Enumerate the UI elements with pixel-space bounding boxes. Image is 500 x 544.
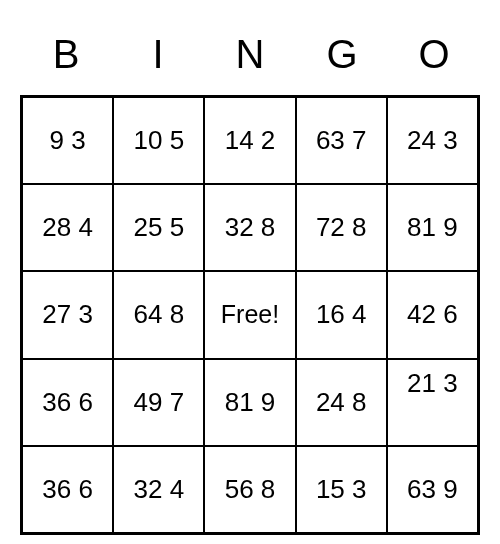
bingo-cell[interactable]: 36 6 [22,359,113,446]
bingo-cell[interactable]: 24 8 [296,359,387,446]
bingo-grid: 9 3 10 5 14 2 63 7 24 3 28 4 25 5 32 8 7… [20,95,480,535]
bingo-cell[interactable]: 36 6 [22,446,113,533]
bingo-cell[interactable]: 10 5 [113,97,204,184]
bingo-cell[interactable]: 28 4 [22,184,113,271]
bingo-cell[interactable]: 81 9 [204,359,295,446]
bingo-cell[interactable]: 72 8 [296,184,387,271]
bingo-cell[interactable]: 63 9 [387,446,478,533]
bingo-cell[interactable]: 49 7 [113,359,204,446]
bingo-cell[interactable]: 9 3 [22,97,113,184]
bingo-cell[interactable]: 81 9 [387,184,478,271]
bingo-cell[interactable]: 42 6 [387,271,478,358]
header-g: G [296,20,388,95]
bingo-cell[interactable]: 15 3 [296,446,387,533]
header-b: B [20,20,112,95]
bingo-cell[interactable]: 16 4 [296,271,387,358]
bingo-cell[interactable]: 63 7 [296,97,387,184]
bingo-cell[interactable]: 64 8 [113,271,204,358]
bingo-header-row: B I N G O [20,20,480,95]
header-i: I [112,20,204,95]
bingo-cell[interactable]: 24 3 [387,97,478,184]
bingo-cell[interactable]: 32 4 [113,446,204,533]
bingo-cell[interactable]: 21 3 [387,359,478,446]
bingo-cell[interactable]: 25 5 [113,184,204,271]
bingo-cell-free[interactable]: Free! [204,271,295,358]
bingo-cell[interactable]: 14 2 [204,97,295,184]
bingo-cell[interactable]: 27 3 [22,271,113,358]
header-o: O [388,20,480,95]
header-n: N [204,20,296,95]
bingo-card: B I N G O 9 3 10 5 14 2 63 7 24 3 28 4 2… [20,20,480,535]
bingo-cell[interactable]: 56 8 [204,446,295,533]
bingo-cell[interactable]: 32 8 [204,184,295,271]
